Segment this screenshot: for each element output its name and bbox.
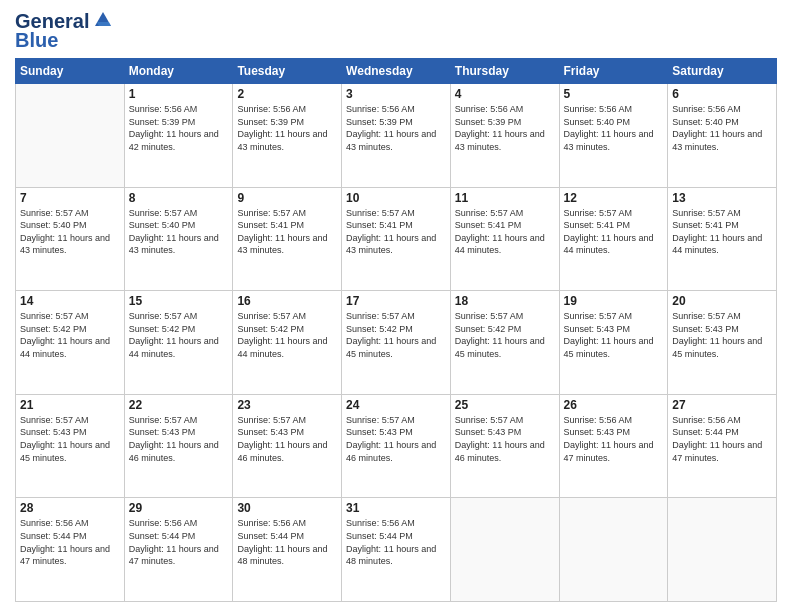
day-info: Sunrise: 5:56 AMSunset: 5:39 PMDaylight:… bbox=[129, 103, 229, 153]
day-info: Sunrise: 5:57 AMSunset: 5:42 PMDaylight:… bbox=[455, 310, 555, 360]
day-number: 22 bbox=[129, 398, 229, 412]
calendar-day-cell: 12Sunrise: 5:57 AMSunset: 5:41 PMDayligh… bbox=[559, 187, 668, 291]
day-info: Sunrise: 5:57 AMSunset: 5:42 PMDaylight:… bbox=[129, 310, 229, 360]
calendar-day-cell: 30Sunrise: 5:56 AMSunset: 5:44 PMDayligh… bbox=[233, 498, 342, 602]
logo: General Blue bbox=[15, 10, 115, 52]
calendar-week-row: 14Sunrise: 5:57 AMSunset: 5:42 PMDayligh… bbox=[16, 291, 777, 395]
day-number: 11 bbox=[455, 191, 555, 205]
calendar-day-cell: 10Sunrise: 5:57 AMSunset: 5:41 PMDayligh… bbox=[342, 187, 451, 291]
calendar-day-cell: 18Sunrise: 5:57 AMSunset: 5:42 PMDayligh… bbox=[450, 291, 559, 395]
day-number: 17 bbox=[346, 294, 446, 308]
weekday-header: Thursday bbox=[450, 59, 559, 84]
day-number: 25 bbox=[455, 398, 555, 412]
weekday-header: Wednesday bbox=[342, 59, 451, 84]
day-info: Sunrise: 5:56 AMSunset: 5:44 PMDaylight:… bbox=[129, 517, 229, 567]
calendar-day-cell: 2Sunrise: 5:56 AMSunset: 5:39 PMDaylight… bbox=[233, 84, 342, 188]
day-number: 5 bbox=[564, 87, 664, 101]
calendar-table: SundayMondayTuesdayWednesdayThursdayFrid… bbox=[15, 58, 777, 602]
svg-marker-1 bbox=[97, 22, 111, 26]
day-number: 20 bbox=[672, 294, 772, 308]
day-number: 23 bbox=[237, 398, 337, 412]
day-number: 1 bbox=[129, 87, 229, 101]
calendar-body: 1Sunrise: 5:56 AMSunset: 5:39 PMDaylight… bbox=[16, 84, 777, 602]
day-number: 9 bbox=[237, 191, 337, 205]
day-info: Sunrise: 5:56 AMSunset: 5:39 PMDaylight:… bbox=[455, 103, 555, 153]
calendar-day-cell: 9Sunrise: 5:57 AMSunset: 5:41 PMDaylight… bbox=[233, 187, 342, 291]
calendar-day-cell: 29Sunrise: 5:56 AMSunset: 5:44 PMDayligh… bbox=[124, 498, 233, 602]
calendar-day-cell: 31Sunrise: 5:56 AMSunset: 5:44 PMDayligh… bbox=[342, 498, 451, 602]
weekday-header: Tuesday bbox=[233, 59, 342, 84]
header: General Blue bbox=[15, 10, 777, 52]
calendar-day-cell: 1Sunrise: 5:56 AMSunset: 5:39 PMDaylight… bbox=[124, 84, 233, 188]
calendar-day-cell: 21Sunrise: 5:57 AMSunset: 5:43 PMDayligh… bbox=[16, 394, 125, 498]
calendar-week-row: 1Sunrise: 5:56 AMSunset: 5:39 PMDaylight… bbox=[16, 84, 777, 188]
calendar-day-cell: 7Sunrise: 5:57 AMSunset: 5:40 PMDaylight… bbox=[16, 187, 125, 291]
day-number: 27 bbox=[672, 398, 772, 412]
day-info: Sunrise: 5:57 AMSunset: 5:43 PMDaylight:… bbox=[455, 414, 555, 464]
calendar-day-cell: 5Sunrise: 5:56 AMSunset: 5:40 PMDaylight… bbox=[559, 84, 668, 188]
day-number: 31 bbox=[346, 501, 446, 515]
day-number: 21 bbox=[20, 398, 120, 412]
day-info: Sunrise: 5:57 AMSunset: 5:40 PMDaylight:… bbox=[129, 207, 229, 257]
calendar-week-row: 7Sunrise: 5:57 AMSunset: 5:40 PMDaylight… bbox=[16, 187, 777, 291]
calendar-header-row: SundayMondayTuesdayWednesdayThursdayFrid… bbox=[16, 59, 777, 84]
day-number: 3 bbox=[346, 87, 446, 101]
calendar-day-cell: 6Sunrise: 5:56 AMSunset: 5:40 PMDaylight… bbox=[668, 84, 777, 188]
day-info: Sunrise: 5:56 AMSunset: 5:39 PMDaylight:… bbox=[346, 103, 446, 153]
day-number: 26 bbox=[564, 398, 664, 412]
weekday-header: Friday bbox=[559, 59, 668, 84]
calendar-day-cell bbox=[450, 498, 559, 602]
day-info: Sunrise: 5:57 AMSunset: 5:43 PMDaylight:… bbox=[129, 414, 229, 464]
calendar-week-row: 21Sunrise: 5:57 AMSunset: 5:43 PMDayligh… bbox=[16, 394, 777, 498]
calendar-day-cell: 27Sunrise: 5:56 AMSunset: 5:44 PMDayligh… bbox=[668, 394, 777, 498]
calendar-day-cell: 20Sunrise: 5:57 AMSunset: 5:43 PMDayligh… bbox=[668, 291, 777, 395]
day-number: 14 bbox=[20, 294, 120, 308]
day-number: 8 bbox=[129, 191, 229, 205]
day-number: 13 bbox=[672, 191, 772, 205]
calendar-day-cell: 4Sunrise: 5:56 AMSunset: 5:39 PMDaylight… bbox=[450, 84, 559, 188]
day-info: Sunrise: 5:57 AMSunset: 5:43 PMDaylight:… bbox=[346, 414, 446, 464]
day-info: Sunrise: 5:57 AMSunset: 5:42 PMDaylight:… bbox=[346, 310, 446, 360]
day-info: Sunrise: 5:57 AMSunset: 5:41 PMDaylight:… bbox=[672, 207, 772, 257]
logo-icon bbox=[91, 8, 115, 32]
day-number: 28 bbox=[20, 501, 120, 515]
page: General Blue SundayMondayTuesdayWednesda… bbox=[0, 0, 792, 612]
day-info: Sunrise: 5:57 AMSunset: 5:43 PMDaylight:… bbox=[20, 414, 120, 464]
day-info: Sunrise: 5:56 AMSunset: 5:44 PMDaylight:… bbox=[237, 517, 337, 567]
day-number: 4 bbox=[455, 87, 555, 101]
calendar-day-cell: 11Sunrise: 5:57 AMSunset: 5:41 PMDayligh… bbox=[450, 187, 559, 291]
day-number: 30 bbox=[237, 501, 337, 515]
calendar-day-cell: 16Sunrise: 5:57 AMSunset: 5:42 PMDayligh… bbox=[233, 291, 342, 395]
day-info: Sunrise: 5:56 AMSunset: 5:44 PMDaylight:… bbox=[346, 517, 446, 567]
day-number: 24 bbox=[346, 398, 446, 412]
day-number: 19 bbox=[564, 294, 664, 308]
calendar-day-cell bbox=[559, 498, 668, 602]
calendar-day-cell: 28Sunrise: 5:56 AMSunset: 5:44 PMDayligh… bbox=[16, 498, 125, 602]
weekday-header: Monday bbox=[124, 59, 233, 84]
day-info: Sunrise: 5:57 AMSunset: 5:41 PMDaylight:… bbox=[237, 207, 337, 257]
day-number: 2 bbox=[237, 87, 337, 101]
day-number: 15 bbox=[129, 294, 229, 308]
day-info: Sunrise: 5:57 AMSunset: 5:42 PMDaylight:… bbox=[237, 310, 337, 360]
day-info: Sunrise: 5:57 AMSunset: 5:41 PMDaylight:… bbox=[564, 207, 664, 257]
calendar-day-cell bbox=[16, 84, 125, 188]
calendar-day-cell: 13Sunrise: 5:57 AMSunset: 5:41 PMDayligh… bbox=[668, 187, 777, 291]
calendar-day-cell: 24Sunrise: 5:57 AMSunset: 5:43 PMDayligh… bbox=[342, 394, 451, 498]
day-info: Sunrise: 5:56 AMSunset: 5:39 PMDaylight:… bbox=[237, 103, 337, 153]
day-info: Sunrise: 5:57 AMSunset: 5:41 PMDaylight:… bbox=[346, 207, 446, 257]
day-info: Sunrise: 5:57 AMSunset: 5:42 PMDaylight:… bbox=[20, 310, 120, 360]
weekday-header: Sunday bbox=[16, 59, 125, 84]
day-info: Sunrise: 5:57 AMSunset: 5:43 PMDaylight:… bbox=[237, 414, 337, 464]
day-number: 16 bbox=[237, 294, 337, 308]
day-number: 12 bbox=[564, 191, 664, 205]
day-number: 29 bbox=[129, 501, 229, 515]
calendar-day-cell: 19Sunrise: 5:57 AMSunset: 5:43 PMDayligh… bbox=[559, 291, 668, 395]
calendar-day-cell: 25Sunrise: 5:57 AMSunset: 5:43 PMDayligh… bbox=[450, 394, 559, 498]
calendar-week-row: 28Sunrise: 5:56 AMSunset: 5:44 PMDayligh… bbox=[16, 498, 777, 602]
day-info: Sunrise: 5:57 AMSunset: 5:40 PMDaylight:… bbox=[20, 207, 120, 257]
calendar-day-cell: 22Sunrise: 5:57 AMSunset: 5:43 PMDayligh… bbox=[124, 394, 233, 498]
calendar-day-cell: 17Sunrise: 5:57 AMSunset: 5:42 PMDayligh… bbox=[342, 291, 451, 395]
weekday-header: Saturday bbox=[668, 59, 777, 84]
day-info: Sunrise: 5:56 AMSunset: 5:40 PMDaylight:… bbox=[672, 103, 772, 153]
day-number: 10 bbox=[346, 191, 446, 205]
